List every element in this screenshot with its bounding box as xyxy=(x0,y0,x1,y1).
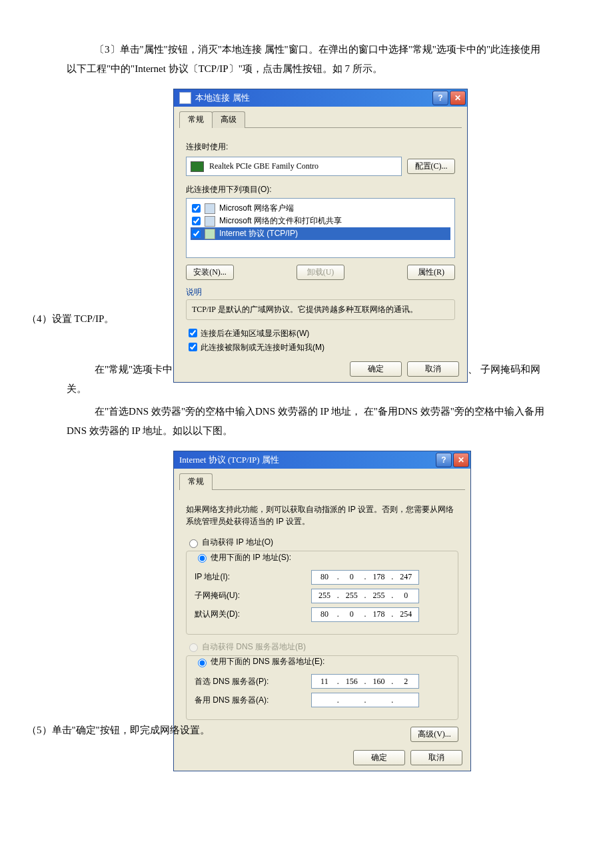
list-item-tcpip[interactable]: Internet 协议 (TCP/IP) xyxy=(191,227,450,240)
radio-use-dns[interactable]: 使用下面的 DNS 服务器地址(E): xyxy=(195,656,328,667)
mask-field[interactable]: 255.255.255.0 xyxy=(311,589,419,603)
mask-label: 子网掩码(U): xyxy=(195,590,311,601)
radio-input[interactable] xyxy=(198,554,207,563)
radio-auto-ip[interactable]: 自动获得 IP 地址(O) xyxy=(186,537,458,548)
preferred-dns-field[interactable]: 11.156.160.2 xyxy=(311,674,419,689)
radio-input[interactable] xyxy=(198,659,207,667)
list-item[interactable]: Microsoft 网络客户端 xyxy=(191,202,450,215)
close-icon[interactable]: ✕ xyxy=(453,453,469,467)
tab-bar: 常规 高级 xyxy=(179,111,462,128)
alternate-dns-field[interactable]: ... xyxy=(311,693,419,707)
cancel-button[interactable]: 取消 xyxy=(410,750,462,765)
checkbox[interactable] xyxy=(192,229,201,238)
adns-label: 备用 DNS 服务器(A): xyxy=(195,695,311,706)
checkbox[interactable] xyxy=(189,343,197,351)
ip-field[interactable]: 80.0.178.247 xyxy=(311,570,419,585)
components-list[interactable]: Microsoft 网络客户端 Microsoft 网络的文件和打印机共享 In… xyxy=(186,198,455,258)
tab-general[interactable]: 常规 xyxy=(179,473,213,490)
protocol-icon xyxy=(205,229,215,239)
connection-icon xyxy=(179,92,191,104)
tab-general[interactable]: 常规 xyxy=(179,111,213,128)
pdns-label: 首选 DNS 服务器(P): xyxy=(195,676,311,687)
checkbox[interactable] xyxy=(189,329,197,337)
client-icon xyxy=(205,203,215,214)
titlebar[interactable]: 本地连接 属性 ? ✕ xyxy=(174,89,467,107)
connect-using-label: 连接时使用: xyxy=(186,141,455,153)
notify-option[interactable]: 此连接被限制或无连接时通知我(M) xyxy=(186,341,455,353)
dialog-title: 本地连接 属性 xyxy=(195,92,250,104)
advanced-button[interactable]: 高级(V)... xyxy=(410,727,458,742)
checkbox[interactable] xyxy=(192,204,201,213)
cancel-button[interactable]: 取消 xyxy=(407,361,459,377)
close-icon[interactable]: ✕ xyxy=(450,91,466,105)
gateway-field[interactable]: 80.0.178.254 xyxy=(311,607,419,622)
ok-button[interactable]: 确定 xyxy=(353,750,405,765)
description-title: 说明 xyxy=(186,287,455,298)
tcpip-properties-dialog: Internet 协议 (TCP/IP) 属性 ? ✕ 常规 如果网络支持此功能… xyxy=(173,451,471,771)
dialog-title: Internet 协议 (TCP/IP) 属性 xyxy=(179,454,279,466)
ip-label: IP 地址(I): xyxy=(195,571,311,583)
help-icon[interactable]: ? xyxy=(432,91,448,105)
intro-text: 如果网络支持此功能，则可以获取自动指派的 IP 设置。否则，您需要从网络系统管理… xyxy=(186,503,458,527)
nic-icon xyxy=(191,161,204,172)
radio-use-ip[interactable]: 使用下面的 IP 地址(S): xyxy=(195,552,295,563)
configure-button[interactable]: 配置(C)... xyxy=(407,159,455,174)
service-icon xyxy=(205,216,215,227)
radio-input[interactable] xyxy=(189,539,198,548)
list-item[interactable]: Microsoft 网络的文件和打印机共享 xyxy=(191,215,450,227)
local-connection-properties-dialog: 本地连接 属性 ? ✕ 常规 高级 连接时使用: xyxy=(173,89,468,383)
help-icon[interactable]: ? xyxy=(436,453,452,467)
checkbox[interactable] xyxy=(192,217,201,225)
paragraph-dns: 在"首选DNS 效劳器"旁的空格中输入DNS 效劳器的 IP 地址， 在"备用D… xyxy=(67,402,546,440)
gateway-label: 默认网关(D): xyxy=(195,609,311,620)
tab-advanced[interactable]: 高级 xyxy=(212,111,245,128)
show-icon-option[interactable]: 连接后在通知区域显示图标(W) xyxy=(186,327,455,339)
install-button[interactable]: 安装(N)... xyxy=(186,265,234,280)
step5-label: （5）单击"确定"按钮，即完成网络设置。 xyxy=(27,724,210,737)
radio-auto-dns: 自动获得 DNS 服务器地址(B) xyxy=(186,641,458,653)
uninstall-button: 卸载(U) xyxy=(297,265,344,280)
titlebar[interactable]: Internet 协议 (TCP/IP) 属性 ? ✕ xyxy=(174,451,470,469)
radio-input xyxy=(189,643,198,652)
items-label: 此连接使用下列项目(O): xyxy=(186,184,455,195)
tab-bar: 常规 xyxy=(179,473,465,490)
paragraph-step3: 〔3〕单击"属性"按钮，消灭"本地连接 属性"窗口。在弹出的窗口中选择"常规"选… xyxy=(67,40,546,78)
ok-button[interactable]: 确定 xyxy=(350,361,402,377)
step4-label: （4）设置 TCP/IP。 xyxy=(27,313,114,325)
properties-button[interactable]: 属性(R) xyxy=(407,265,455,280)
description-text: TCP/IP 是默认的广域网协议。它提供跨越多种互联网络的通讯。 xyxy=(186,299,455,320)
adapter-field xyxy=(208,161,397,172)
